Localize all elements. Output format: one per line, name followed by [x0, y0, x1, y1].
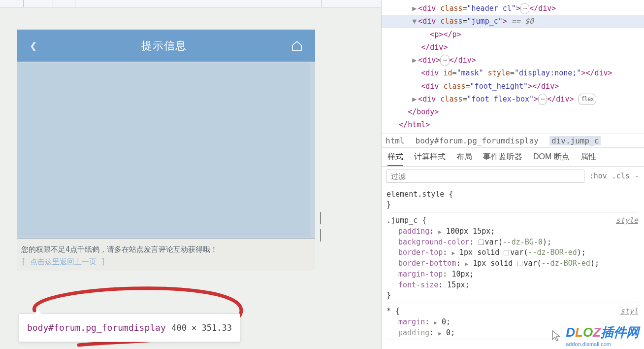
- rule-jump-c: style .jump_c { padding: ▶ 100px 15px; b…: [386, 215, 639, 303]
- tooltip-selector: body#forum.pg_forumdisplay: [27, 322, 166, 333]
- watermark: DLOZ插件网 addon.dismall.com: [551, 324, 639, 347]
- phone-title: 提示信息: [141, 38, 187, 53]
- crumb-body[interactable]: body#forum.pg_forumdisplay: [416, 136, 539, 145]
- tab-computed[interactable]: 计算样式: [414, 152, 446, 166]
- tab-listeners[interactable]: 事件监听器: [483, 152, 522, 166]
- tab-properties[interactable]: 属性: [580, 152, 596, 166]
- home-icon[interactable]: [291, 40, 303, 52]
- styles-panel[interactable]: element.style { } style .jump_c { paddin…: [382, 186, 644, 347]
- devtools-pane: ▶<div class="header cl">⋯</div> ▼<div cl…: [382, 0, 644, 349]
- rule-element-style: element.style { }: [386, 189, 639, 213]
- message-back-link[interactable]: [ 点击这里返回上一页 ]: [21, 257, 311, 267]
- styles-tabs: 样式 计算样式 布局 事件监听器 DOM 断点 属性: [382, 148, 644, 167]
- tooltip-dimensions: 400 × 351.33: [171, 323, 232, 333]
- resize-handle[interactable]: [320, 212, 323, 242]
- phone-header: ❮ 提示信息: [17, 30, 315, 62]
- cursor-icon: [551, 330, 563, 342]
- tab-styles[interactable]: 样式: [387, 152, 403, 166]
- filter-input[interactable]: [386, 170, 584, 183]
- tab-layout[interactable]: 布局: [456, 152, 472, 166]
- back-icon[interactable]: ❮: [30, 38, 37, 53]
- filter-row: :hov .cls -: [382, 167, 644, 186]
- preview-pane: ❮ 提示信息 您的权限不足4点千纸鹤，请多在站点发言评论互动获得哦！ [ 点击这…: [0, 0, 382, 349]
- cls-button[interactable]: .cls: [612, 172, 630, 180]
- element-tooltip: body#forum.pg_forumdisplay 400 × 351.33: [19, 314, 240, 342]
- source-link[interactable]: style: [616, 215, 638, 226]
- phone-viewport: ❮ 提示信息 您的权限不足4点千纸鹤，请多在站点发言评论互动获得哦！ [ 点击这…: [17, 30, 315, 271]
- phone-body: [17, 62, 315, 239]
- crumb-html[interactable]: html: [386, 136, 405, 145]
- hov-button[interactable]: :hov: [589, 172, 607, 180]
- crumb-div[interactable]: div.jump_c: [549, 136, 601, 145]
- phone-message: 您的权限不足4点千纸鹤，请多在站点发言评论互动获得哦！ [ 点击这里返回上一页 …: [17, 239, 315, 271]
- source-link-2[interactable]: styl: [620, 306, 638, 317]
- more-button[interactable]: -: [635, 172, 639, 180]
- dom-tree[interactable]: ▶<div class="header cl">⋯</div> ▼<div cl…: [382, 0, 644, 134]
- message-line-1: 您的权限不足4点千纸鹤，请多在站点发言评论互动获得哦！: [21, 245, 311, 254]
- ruler: [0, 0, 381, 7]
- breadcrumb[interactable]: html body#forum.pg_forumdisplay div.jump…: [382, 134, 644, 148]
- tab-dom-breakpoints[interactable]: DOM 断点: [533, 152, 570, 166]
